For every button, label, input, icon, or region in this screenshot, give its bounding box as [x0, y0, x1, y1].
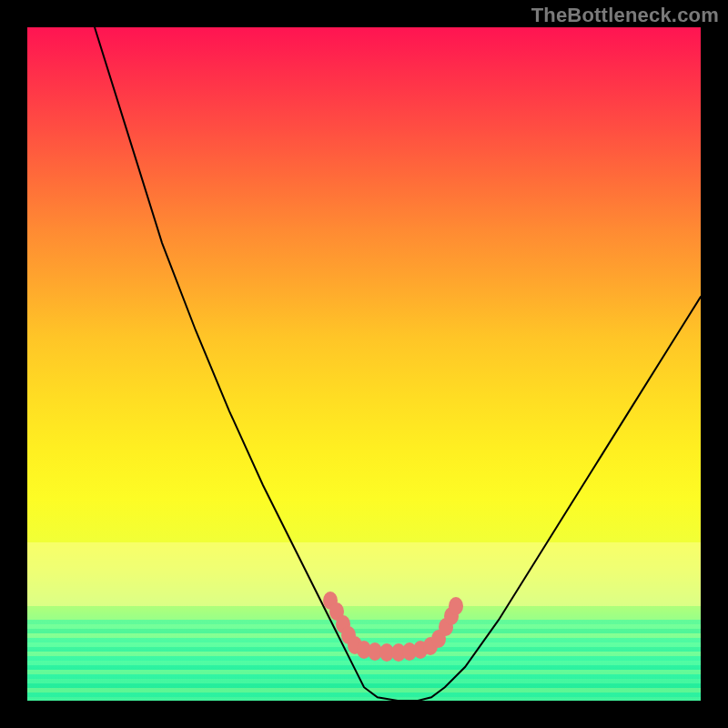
data-marker: [449, 597, 463, 615]
watermark-text: TheBottleneck.com: [531, 4, 719, 27]
data-marker: [431, 630, 446, 648]
data-marker: [336, 615, 350, 633]
chart-frame: TheBottleneck.com: [0, 0, 728, 728]
plot-area: [27, 27, 701, 701]
data-marker: [329, 602, 344, 621]
footer-stripes: [27, 620, 701, 701]
data-marker: [368, 642, 382, 661]
data-marker: [423, 637, 438, 655]
data-marker: [379, 643, 394, 662]
marker-group: [323, 592, 463, 662]
data-marker: [439, 618, 453, 636]
data-marker: [391, 643, 406, 662]
highlight-band: [27, 542, 701, 606]
data-marker: [341, 626, 356, 644]
data-marker: [357, 641, 371, 659]
data-marker: [323, 592, 338, 610]
data-marker: [444, 607, 459, 625]
bottleneck-curve: [95, 27, 701, 701]
chart-svg: [27, 27, 701, 701]
data-marker: [348, 636, 362, 654]
data-marker: [413, 641, 428, 659]
data-marker: [402, 642, 417, 661]
